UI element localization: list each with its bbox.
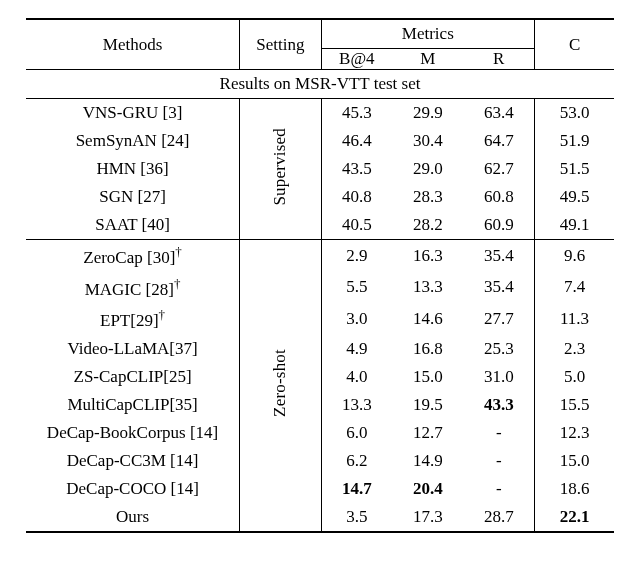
col-header-setting: Setting: [240, 20, 321, 70]
metric-m: 30.4: [392, 127, 463, 155]
section-title: Results on MSR-VTT test set: [26, 70, 614, 99]
metric-r: 60.9: [463, 211, 534, 240]
metric-m: 29.0: [392, 155, 463, 183]
method-cell: VNS-GRU [3]: [26, 99, 240, 127]
col-header-r: R: [463, 49, 534, 70]
metric-b4: 46.4: [321, 127, 392, 155]
metric-b4: 45.3: [321, 99, 392, 127]
metric-b4: 43.5: [321, 155, 392, 183]
metric-r: 35.4: [463, 240, 534, 272]
metric-r: 31.0: [463, 363, 534, 391]
setting-label: Supervised: [270, 128, 290, 206]
metric-b4: 5.5: [321, 272, 392, 304]
metric-c: 11.3: [535, 303, 614, 335]
metric-r: 63.4: [463, 99, 534, 127]
metric-r: 27.7: [463, 303, 534, 335]
table-row: VNS-GRU [3]Supervised45.329.963.453.0: [26, 99, 614, 127]
metric-m: 16.8: [392, 335, 463, 363]
method-cell: MAGIC [28]†: [26, 272, 240, 304]
method-cell: Ours: [26, 503, 240, 531]
col-header-c: C: [535, 20, 614, 70]
metric-r: 64.7: [463, 127, 534, 155]
metric-b4: 14.7: [321, 475, 392, 503]
metric-m: 15.0: [392, 363, 463, 391]
metric-c: 5.0: [535, 363, 614, 391]
metric-c: 15.5: [535, 391, 614, 419]
metric-c: 49.1: [535, 211, 614, 240]
method-cell: Video-LLaMA[37]: [26, 335, 240, 363]
results-table: Methods Setting Metrics C B@4 M R Result…: [26, 18, 614, 533]
method-cell: EPT[29]†: [26, 303, 240, 335]
metric-c: 12.3: [535, 419, 614, 447]
metric-c: 51.9: [535, 127, 614, 155]
method-cell: DeCap-CC3M [14]: [26, 447, 240, 475]
metric-c: 22.1: [535, 503, 614, 531]
setting-label: Zero-shot: [270, 349, 290, 417]
method-cell: ZeroCap [30]†: [26, 240, 240, 272]
header-row-1: Methods Setting Metrics C: [26, 20, 614, 49]
metric-m: 29.9: [392, 99, 463, 127]
metric-b4: 4.9: [321, 335, 392, 363]
metric-m: 19.5: [392, 391, 463, 419]
metric-c: 2.3: [535, 335, 614, 363]
metric-m: 16.3: [392, 240, 463, 272]
metric-b4: 40.8: [321, 183, 392, 211]
metric-m: 28.3: [392, 183, 463, 211]
method-cell: HMN [36]: [26, 155, 240, 183]
metric-m: 17.3: [392, 503, 463, 531]
method-cell: DeCap-COCO [14]: [26, 475, 240, 503]
metric-b4: 2.9: [321, 240, 392, 272]
table-row: ZeroCap [30]†Zero-shot2.916.335.49.6: [26, 240, 614, 272]
method-cell: SAAT [40]: [26, 211, 240, 240]
metric-c: 49.5: [535, 183, 614, 211]
metric-m: 12.7: [392, 419, 463, 447]
col-header-metrics-group: Metrics: [321, 20, 535, 49]
metric-r: 25.3: [463, 335, 534, 363]
col-header-m: M: [392, 49, 463, 70]
metric-c: 51.5: [535, 155, 614, 183]
metric-b4: 3.0: [321, 303, 392, 335]
method-cell: SemSynAN [24]: [26, 127, 240, 155]
metric-m: 13.3: [392, 272, 463, 304]
col-header-methods: Methods: [26, 20, 240, 70]
metric-r: -: [463, 475, 534, 503]
section-title-row: Results on MSR-VTT test set: [26, 70, 614, 99]
metric-r: 28.7: [463, 503, 534, 531]
metric-r: 62.7: [463, 155, 534, 183]
metric-c: 53.0: [535, 99, 614, 127]
metric-m: 14.6: [392, 303, 463, 335]
metric-b4: 6.2: [321, 447, 392, 475]
metric-m: 14.9: [392, 447, 463, 475]
metric-r: -: [463, 447, 534, 475]
metric-r: 35.4: [463, 272, 534, 304]
metric-m: 20.4: [392, 475, 463, 503]
metric-c: 7.4: [535, 272, 614, 304]
method-cell: DeCap-BookCorpus [14]: [26, 419, 240, 447]
metric-b4: 40.5: [321, 211, 392, 240]
col-header-b4: B@4: [321, 49, 392, 70]
method-cell: SGN [27]: [26, 183, 240, 211]
metric-r: 60.8: [463, 183, 534, 211]
metric-r: 43.3: [463, 391, 534, 419]
metric-b4: 3.5: [321, 503, 392, 531]
method-cell: MultiCapCLIP[35]: [26, 391, 240, 419]
metric-c: 9.6: [535, 240, 614, 272]
metric-r: -: [463, 419, 534, 447]
metric-b4: 6.0: [321, 419, 392, 447]
setting-cell: Supervised: [240, 99, 321, 240]
setting-cell: Zero-shot: [240, 240, 321, 531]
method-cell: ZS-CapCLIP[25]: [26, 363, 240, 391]
metric-c: 18.6: [535, 475, 614, 503]
metric-b4: 13.3: [321, 391, 392, 419]
metric-m: 28.2: [392, 211, 463, 240]
metric-c: 15.0: [535, 447, 614, 475]
metric-b4: 4.0: [321, 363, 392, 391]
